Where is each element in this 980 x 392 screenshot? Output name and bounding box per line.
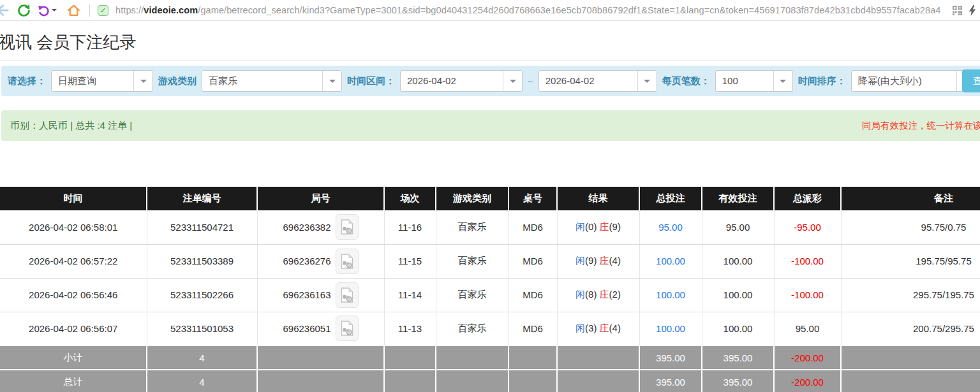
header-valid-bet: 有效投注 [702,187,774,210]
cell-table-no: MD6 [509,278,557,312]
total-row: 总计 4 395.00 395.00 -200.00 [0,370,980,392]
banker-label: 庄 [600,289,609,300]
empty-cell [557,370,639,392]
cell-total-bet: 100.00 [639,312,702,345]
subtotal-total-bet: 395.00 [639,345,702,370]
date-to-select[interactable]: 2026-04-02 [538,70,657,92]
table-row: 2026-04-02 06:56:07 523311501053 6962360… [0,312,980,345]
chevron-down-icon[interactable] [322,71,341,91]
cell-bet-id: 523311501053 [147,312,257,345]
query-type-select[interactable]: 日期查询 [51,70,153,92]
summary-bar: 币别：人民币 | 总共 :4 注单 | 同局有效投注，统一计算在该局 [1,110,980,141]
sort-select[interactable]: 降幂(由大到小) [851,70,976,92]
cell-payout: 95.00 [774,312,841,345]
cell-session: 11-15 [384,244,436,278]
date-range-separator: ~ [528,76,533,87]
empty-cell [436,345,509,370]
cell-game-type: 百家乐 [436,278,509,312]
cell-session: 11-14 [384,278,436,312]
cell-game-type: 百家乐 [436,312,509,345]
cell-round-id: 696236163 [257,278,384,312]
video-record-icon[interactable] [336,214,359,240]
header-payout: 总派彩 [774,187,841,210]
table-row: 2026-04-02 06:57:22 523311503389 6962362… [0,244,980,278]
page-size-label: 每页笔数： [662,75,710,87]
header-game-type: 游戏类别 [436,187,509,210]
undo-dropdown-caret[interactable] [52,9,57,14]
header-result: 结果 [557,187,639,210]
banker-score: (2) [609,289,621,300]
empty-cell [257,345,384,370]
header-round-id: 局号 [257,187,384,210]
date-to-value: 2026-04-02 [539,71,637,91]
cell-remark: 95.75/0.75 [841,210,980,244]
summary-text: 币别：人民币 | 总共 :4 注单 | [10,110,132,141]
url-path: /game/betrecord_search/kind3?GameType=30… [198,5,940,15]
total-payout: -200.00 [774,370,841,392]
page-title: 视讯 会员下注纪录 [0,31,136,54]
url-bar[interactable]: https://videoie.com/game/betrecord_searc… [115,5,949,15]
empty-cell [384,370,436,392]
cell-table-no: MD6 [509,210,557,244]
cell-result: 闲(9) 庄(4) [557,244,639,278]
lightning-icon[interactable] [969,5,976,16]
url-scheme: https:// [115,5,144,15]
cell-payout: -100.00 [774,278,841,312]
filter-bar: 请选择： 日期查询 游戏类别 百家乐 时间区间： 2026-04-02 ~ 20… [1,66,980,96]
player-score: (8) [585,289,597,300]
cell-bet-id: 523311502266 [147,278,257,312]
cell-result: 闲(0) 庄(9) [557,210,639,244]
cell-round-id: 696236382 [257,210,384,244]
total-label: 总计 [0,370,147,392]
chevron-down-icon[interactable] [637,71,657,91]
video-record-icon[interactable] [336,249,359,274]
chevron-down-icon[interactable] [773,71,792,91]
cell-time: 2026-04-02 06:56:46 [0,278,147,312]
sort-label: 时间排序： [798,75,846,87]
header-bet-id: 注单编号 [147,187,257,210]
cell-game-type: 百家乐 [436,244,509,278]
chevron-down-icon[interactable] [503,71,522,91]
cell-valid-bet: 100.00 [702,278,774,312]
subtotal-row: 小计 4 395.00 395.00 -200.00 [0,345,980,370]
refresh-icon[interactable] [17,4,30,17]
cell-round-id: 696236276 [257,244,384,278]
empty-cell [436,370,509,392]
undo-icon[interactable] [38,4,57,17]
page-size-value: 100 [716,71,773,91]
chevron-down-icon[interactable] [133,71,152,91]
cell-remark: 200.75/295.75 [841,312,980,345]
cell-time: 2026-04-02 06:57:22 [0,244,147,278]
subtotal-payout: -200.00 [774,345,841,370]
game-type-select[interactable]: 百家乐 [202,70,342,92]
date-from-select[interactable]: 2026-04-02 [400,70,523,92]
table-row: 2026-04-02 06:58:01 523311504721 6962363… [0,210,980,244]
round-id-text: 696236382 [283,222,330,233]
cell-game-type: 百家乐 [436,210,509,244]
video-record-icon[interactable] [336,282,359,308]
url-host: videoie.com [144,5,198,15]
header-total-bet: 总投注 [639,187,702,210]
qr-code-icon[interactable] [953,6,962,15]
empty-cell [557,345,639,370]
search-button[interactable]: 查询 [962,69,980,92]
bet-records-table: 时间 注单编号 局号 场次 游戏类别 桌号 结果 总投注 有效投注 总派彩 备注… [0,187,980,392]
title-divider [0,60,980,61]
query-type-value: 日期查询 [52,71,133,91]
cell-session: 11-16 [384,210,436,244]
video-record-icon[interactable] [336,316,359,341]
cell-table-no: MD6 [509,244,557,278]
cell-valid-bet: 100.00 [702,312,774,345]
player-label: 闲 [575,289,585,300]
query-type-label: 请选择： [8,75,46,87]
game-type-label: 游戏类别 [158,75,197,87]
home-icon[interactable] [67,4,80,17]
empty-cell [509,370,557,392]
empty-cell [841,370,980,392]
header-remark: 备注 [841,187,980,210]
cell-table-no: MD6 [509,312,557,345]
cell-payout: -95.00 [774,210,841,244]
back-icon[interactable] [0,3,10,17]
header-time: 时间 [0,187,147,210]
page-size-select[interactable]: 100 [715,70,793,92]
